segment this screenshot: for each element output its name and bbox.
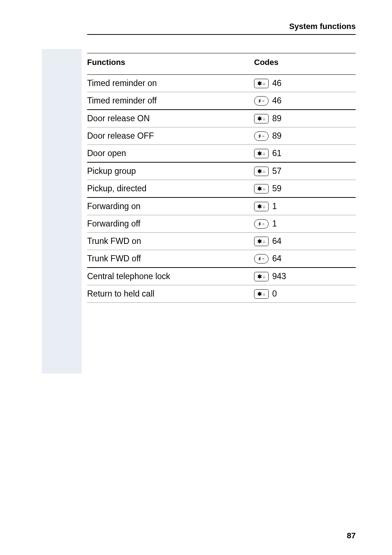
- function-name: Door release OFF: [87, 131, 254, 141]
- function-name: Trunk FWD off: [87, 254, 254, 264]
- table-row: Trunk FWD off♯⊸64: [87, 250, 356, 268]
- function-name: Pickup group: [87, 166, 254, 176]
- function-name: Pickup, directed: [87, 184, 254, 193]
- hash-key-icon: ♯⊸: [254, 219, 269, 229]
- code-number: 59: [272, 184, 282, 193]
- table-row: Pickup group✱△57: [87, 163, 356, 180]
- function-name: Trunk FWD on: [87, 236, 254, 246]
- function-name: Door open: [87, 148, 254, 158]
- code-cell: ✱△46: [254, 78, 356, 88]
- code-cell: ✱△59: [254, 184, 356, 193]
- function-name: Forwarding on: [87, 201, 254, 211]
- star-key-icon: ✱△: [254, 114, 269, 123]
- code-number: 57: [272, 166, 282, 176]
- table-row: Timed reminder on✱△46: [87, 75, 356, 92]
- table-row: Forwarding on✱△1: [87, 198, 356, 215]
- functions-column-header: Functions: [87, 58, 254, 67]
- code-cell: ✱△89: [254, 114, 356, 123]
- star-key-icon: ✱△: [254, 79, 269, 88]
- code-number: 89: [272, 114, 282, 123]
- function-name: Central telephone lock: [87, 272, 254, 281]
- page-number: 87: [347, 531, 356, 540]
- code-cell: ✱△0: [254, 289, 356, 299]
- star-key-icon: ✱△: [254, 272, 269, 281]
- code-number: 46: [272, 78, 282, 88]
- code-number: 1: [272, 219, 277, 229]
- table-header: Functions Codes: [87, 53, 356, 75]
- function-name: Forwarding off: [87, 219, 254, 229]
- code-number: 64: [272, 236, 282, 246]
- table-row: Return to held call✱△0: [87, 285, 356, 303]
- hash-key-icon: ♯⊸: [254, 96, 269, 106]
- code-cell: ✱△57: [254, 166, 356, 176]
- star-key-icon: ✱△: [254, 237, 269, 246]
- hash-key-icon: ♯⊸: [254, 131, 269, 141]
- code-cell: ♯⊸46: [254, 96, 356, 106]
- table-row: Door release ON✱△89: [87, 110, 356, 127]
- functions-table: Functions Codes Timed reminder on✱△46Tim…: [87, 53, 356, 303]
- hash-key-icon: ♯⊸: [254, 254, 269, 264]
- table-row: Pickup, directed✱△59: [87, 180, 356, 198]
- star-key-icon: ✱△: [254, 202, 269, 211]
- code-cell: ♯⊸1: [254, 219, 356, 229]
- function-name: Timed reminder on: [87, 78, 254, 88]
- star-key-icon: ✱△: [254, 184, 269, 193]
- code-cell: ✱△64: [254, 236, 356, 246]
- table-row: Central telephone lock✱△943: [87, 268, 356, 285]
- code-cell: ♯⊸64: [254, 254, 356, 264]
- table-row: Forwarding off♯⊸1: [87, 215, 356, 233]
- function-name: Return to held call: [87, 289, 254, 299]
- table-row: Door release OFF♯⊸89: [87, 127, 356, 145]
- code-number: 943: [272, 272, 286, 281]
- codes-column-header: Codes: [254, 58, 356, 67]
- star-key-icon: ✱△: [254, 167, 269, 176]
- section-title: System functions: [289, 22, 356, 31]
- function-name: Door release ON: [87, 114, 254, 123]
- code-cell: ♯⊸89: [254, 131, 356, 141]
- code-number: 46: [272, 96, 282, 106]
- code-number: 61: [272, 148, 282, 158]
- code-cell: ✱△943: [254, 272, 356, 281]
- star-key-icon: ✱△: [254, 289, 269, 299]
- code-number: 64: [272, 254, 282, 264]
- code-number: 0: [272, 289, 277, 299]
- code-number: 89: [272, 131, 282, 141]
- star-key-icon: ✱△: [254, 149, 269, 158]
- code-cell: ✱△61: [254, 148, 356, 158]
- table-row: Timed reminder off♯⊸46: [87, 92, 356, 110]
- table-row: Trunk FWD on✱△64: [87, 233, 356, 250]
- table-row: Door open✱△61: [87, 145, 356, 163]
- code-number: 1: [272, 201, 277, 211]
- function-name: Timed reminder off: [87, 96, 254, 106]
- code-cell: ✱△1: [254, 201, 356, 211]
